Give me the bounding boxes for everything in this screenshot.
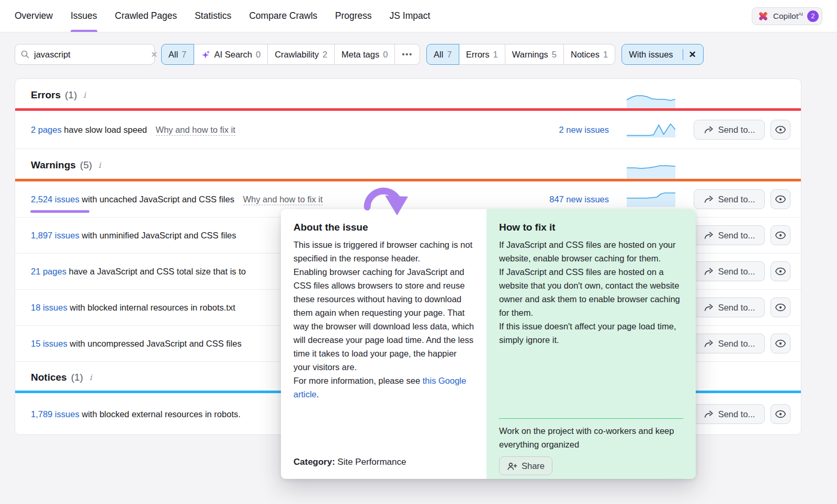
issue-count-link[interactable]: 1,897 issues xyxy=(31,231,80,240)
with-issues-filter: With issues ✕ xyxy=(621,44,704,65)
send-to-button[interactable]: Send to... xyxy=(694,261,765,281)
tab-progress[interactable]: Progress xyxy=(335,0,372,32)
warnings-section-title: Warnings xyxy=(31,159,76,171)
filter-errors[interactable]: Errors1 xyxy=(459,44,505,65)
tab-crawled-pages[interactable]: Crawled Pages xyxy=(115,0,177,32)
why-and-how-to-fix-link[interactable]: Why and how to fix it xyxy=(243,194,323,205)
filter-crawlability[interactable]: Crawlability2 xyxy=(267,44,335,65)
forward-arrow-icon xyxy=(704,303,714,312)
tab-js-impact[interactable]: JS Impact xyxy=(390,0,431,32)
issue-count-link[interactable]: 1,789 issues xyxy=(31,409,80,419)
send-to-button[interactable]: Send to... xyxy=(694,225,765,245)
tab-statistics[interactable]: Statistics xyxy=(195,0,231,32)
copilot-logo-icon xyxy=(757,10,769,22)
copilot-button[interactable]: CopilotAI 2 xyxy=(752,7,822,25)
share-promo-text: Work on the project with co-workers and … xyxy=(499,424,683,451)
issue-description: 15 issues with uncompressed JavaScript a… xyxy=(31,339,242,349)
issue-description: 2 pages have slow load speed Why and how… xyxy=(31,125,235,135)
new-issues-link[interactable]: 847 new issues xyxy=(549,194,609,204)
hide-issue-eye-button[interactable] xyxy=(771,297,790,317)
filter-ai-search[interactable]: AI Search0 xyxy=(194,44,268,65)
forward-arrow-icon xyxy=(704,194,714,204)
forward-arrow-icon xyxy=(704,267,714,276)
errors-section-count: (1) xyxy=(65,89,77,101)
forward-arrow-icon xyxy=(704,125,714,134)
clear-search-icon[interactable]: ✕ xyxy=(149,50,159,60)
issue-row-slow-load-speed: 2 pages have slow load speed Why and how… xyxy=(15,111,801,149)
hide-issue-eye-button[interactable] xyxy=(771,404,790,424)
issue-search-field[interactable]: ✕ xyxy=(15,44,155,65)
info-icon[interactable]: i xyxy=(87,373,94,382)
tab-issues[interactable]: Issues xyxy=(71,0,97,32)
category-filter-group: All7 AI Search0 Crawlability2 Meta tags0… xyxy=(161,44,420,65)
severity-filter-group: All7 Errors1 Warnings5 Notices1 xyxy=(426,44,615,65)
notices-section-count: (1) xyxy=(71,372,83,383)
eye-icon xyxy=(775,409,786,419)
section-header-errors: Errors (1) i xyxy=(15,79,801,111)
hide-issue-eye-button[interactable] xyxy=(771,261,790,281)
issue-pages-link[interactable]: 21 pages xyxy=(31,267,66,276)
new-issues-link[interactable]: 2 new issues xyxy=(559,125,609,135)
info-icon[interactable]: i xyxy=(96,161,103,170)
copilot-label: CopilotAI xyxy=(773,11,803,21)
hide-issue-eye-button[interactable] xyxy=(771,120,790,140)
send-to-button[interactable]: Send to... xyxy=(694,297,765,317)
highlight-underline xyxy=(30,210,89,213)
issue-count-link[interactable]: 18 issues xyxy=(31,303,67,312)
tab-bar: Overview Issues Crawled Pages Statistics… xyxy=(15,0,430,32)
forward-arrow-icon xyxy=(704,339,714,348)
errors-section-title: Errors xyxy=(31,89,61,101)
about-title: About the issue xyxy=(293,222,474,233)
send-to-button[interactable]: Send to... xyxy=(694,334,765,353)
search-input[interactable] xyxy=(34,50,149,60)
send-to-button[interactable]: Send to... xyxy=(694,120,765,140)
eye-icon xyxy=(775,339,786,348)
tab-compare-crawls[interactable]: Compare Crawls xyxy=(249,0,317,32)
issue-description: 1,897 issues with unminified JavaScript … xyxy=(31,231,236,240)
remove-with-issues-filter-icon[interactable]: ✕ xyxy=(683,49,696,60)
filter-warnings[interactable]: Warnings5 xyxy=(505,44,564,65)
hide-issue-eye-button[interactable] xyxy=(771,225,790,245)
issue-category: Category: Site Performance xyxy=(293,457,406,467)
issue-description: 18 issues with blocked internal resource… xyxy=(31,303,235,313)
issue-count-link[interactable]: 15 issues xyxy=(31,339,67,348)
issue-pages-link[interactable]: 2 pages xyxy=(31,125,62,134)
share-button[interactable]: Share xyxy=(499,456,552,475)
filter-notices[interactable]: Notices1 xyxy=(563,44,615,65)
filter-meta-tags[interactable]: Meta tags0 xyxy=(334,44,395,65)
section-header-warnings: Warnings (5) i xyxy=(15,149,801,181)
errors-trend-sparkline xyxy=(627,93,675,108)
notices-section-title: Notices xyxy=(31,372,67,383)
issue-count-link[interactable]: 2,524 issues xyxy=(31,194,80,204)
hide-issue-eye-button[interactable] xyxy=(771,334,790,353)
search-icon xyxy=(20,50,30,59)
issue-details-popup: About the issue This issue is triggered … xyxy=(281,209,696,479)
why-and-how-to-fix-link[interactable]: Why and how to fix it xyxy=(156,125,235,136)
copilot-count-badge: 2 xyxy=(807,10,819,22)
warnings-trend-sparkline xyxy=(627,163,675,179)
how-to-fix-panel: How to fix it If JavaScript and CSS file… xyxy=(487,209,696,479)
more-filters-button[interactable]: ••• xyxy=(394,44,420,65)
tab-overview[interactable]: Overview xyxy=(15,0,53,32)
ellipsis-icon: ••• xyxy=(402,50,413,59)
with-issues-chip[interactable]: With issues ✕ xyxy=(621,44,704,65)
issue-description: 21 pages have a JavaScript and CSS total… xyxy=(31,267,246,277)
forward-arrow-icon xyxy=(704,231,714,240)
send-to-button[interactable]: Send to... xyxy=(694,404,765,424)
hide-issue-eye-button[interactable] xyxy=(771,189,790,209)
about-the-issue-panel: About the issue This issue is triggered … xyxy=(281,209,487,479)
filter-all-severities[interactable]: All7 xyxy=(426,44,459,65)
eye-icon xyxy=(775,125,786,134)
forward-arrow-icon xyxy=(704,409,714,419)
filters-toolbar: ✕ All7 AI Search0 Crawlability2 Meta tag… xyxy=(15,44,822,65)
send-to-button[interactable]: Send to... xyxy=(694,189,765,209)
add-user-icon xyxy=(507,462,517,471)
warnings-section-count: (5) xyxy=(80,159,92,171)
info-icon[interactable]: i xyxy=(81,90,88,100)
eye-icon xyxy=(775,267,786,276)
issue-trend-sparkline xyxy=(627,191,675,207)
how-to-fix-text: If JavaScript and CSS files are hosted o… xyxy=(499,238,683,347)
how-to-fix-title: How to fix it xyxy=(499,222,683,233)
eye-icon xyxy=(775,194,786,204)
filter-all-categories[interactable]: All7 xyxy=(161,44,194,65)
